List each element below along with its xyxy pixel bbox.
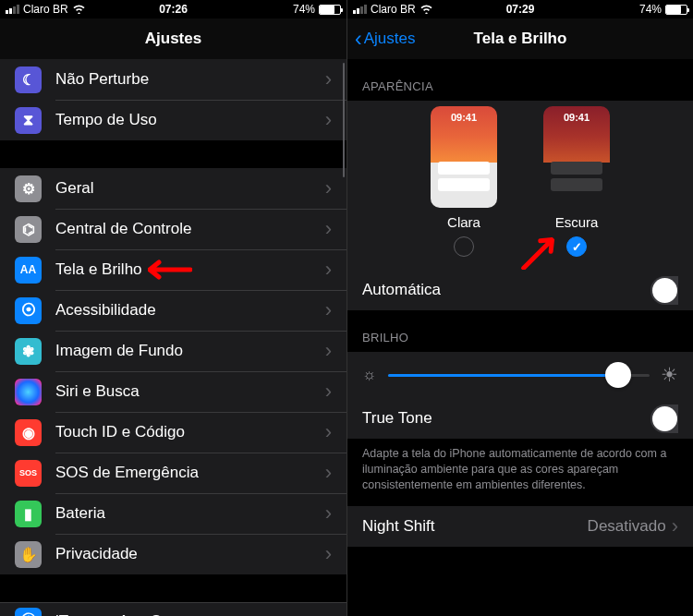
row-label: Tempo de Uso xyxy=(55,111,325,129)
settings-row-siri-e-busca[interactable]: Siri e Busca› xyxy=(0,371,346,412)
battery-icon: ▮ xyxy=(15,501,42,527)
nav-bar: Ajustes xyxy=(0,18,346,59)
sos-icon: SOS xyxy=(15,460,42,487)
chevron-right-icon: › xyxy=(325,258,332,282)
row-label: Imagem de Fundo xyxy=(55,342,325,360)
chevron-right-icon: › xyxy=(325,298,332,322)
settings-list[interactable]: ☾Não Perturbe›⧗Tempo de Uso›⚙Geral›⌬Cent… xyxy=(0,59,346,616)
chevron-right-icon: › xyxy=(325,461,332,485)
page-title: Tela e Brilho xyxy=(474,30,567,48)
settings-row-n-o-perturbe[interactable]: ☾Não Perturbe› xyxy=(0,59,346,100)
row-label: iTunes e App Store xyxy=(55,612,325,617)
night-shift-label: Night Shift xyxy=(362,517,588,536)
settings-row-central-de-controle[interactable]: ⌬Central de Controle› xyxy=(0,209,346,249)
automatic-toggle[interactable] xyxy=(650,276,678,305)
clock: 07:26 xyxy=(0,3,346,16)
chevron-right-icon: › xyxy=(325,380,332,404)
moon-icon: ☾ xyxy=(15,66,42,93)
fingerprint-icon: ◉ xyxy=(15,419,42,446)
appearance-option-dark[interactable]: 09:41 Escura xyxy=(543,106,610,257)
chevron-right-icon: › xyxy=(325,217,332,241)
switches-icon: ⌬ xyxy=(15,216,42,243)
row-label: Touch ID e Código xyxy=(55,423,325,441)
scroll-indicator xyxy=(343,63,346,177)
settings-row-privacidade[interactable]: ✋Privacidade› xyxy=(0,534,346,574)
clock: 07:29 xyxy=(347,3,693,16)
night-shift-row[interactable]: Night Shift Desativado › xyxy=(347,506,693,547)
settings-row-tempo-de-uso[interactable]: ⧗Tempo de Uso› xyxy=(0,100,346,140)
row-label: Privacidade xyxy=(55,545,325,563)
light-preview: 09:41 xyxy=(431,106,497,208)
row-label: Bateria xyxy=(55,504,325,523)
settings-screen: Claro BR 07:26 74% Ajustes ☾Não Perturbe… xyxy=(0,0,346,616)
row-label: Acessibilidade xyxy=(55,301,325,320)
battery-icon xyxy=(665,5,687,15)
chevron-right-icon: › xyxy=(325,542,332,566)
brightness-header: BRILHO xyxy=(347,310,693,352)
appstore-icon: Ⓐ xyxy=(15,608,42,616)
chevron-right-icon: › xyxy=(325,108,332,132)
automatic-row[interactable]: Automática xyxy=(347,270,693,310)
row-label: SOS de Emergência xyxy=(55,464,325,482)
automatic-label: Automática xyxy=(362,281,650,299)
row-label: Siri e Busca xyxy=(55,382,325,401)
battery-icon xyxy=(319,5,341,15)
dark-radio[interactable] xyxy=(566,236,587,257)
aa-icon: AA xyxy=(15,257,42,284)
night-shift-value: Desativado xyxy=(588,517,666,536)
sun-large-icon: ☀ xyxy=(661,364,678,386)
row-label: Central de Controle xyxy=(55,220,325,238)
status-bar: Claro BR 07:26 74% xyxy=(0,0,346,18)
appearance-picker: 09:41 Clara 09:41 Escura xyxy=(347,101,693,270)
settings-row-imagem-de-fundo[interactable]: ❃Imagem de Fundo› xyxy=(0,331,346,371)
settings-row-tela-e-brilho[interactable]: AATela e Brilho› xyxy=(0,249,346,290)
chevron-right-icon: › xyxy=(672,514,678,538)
status-bar: Claro BR 07:29 74% xyxy=(347,0,693,18)
row-label: Geral xyxy=(55,179,325,198)
nav-bar: ‹ Ajustes Tela e Brilho xyxy=(347,18,693,59)
sun-small-icon: ☼ xyxy=(362,366,377,384)
page-title: Ajustes xyxy=(145,30,201,48)
true-tone-row[interactable]: True Tone xyxy=(347,398,693,439)
person-icon: ⦿ xyxy=(15,297,42,324)
chevron-right-icon: › xyxy=(325,501,332,525)
dark-label: Escura xyxy=(555,214,599,230)
hand-icon: ✋ xyxy=(15,541,42,568)
appearance-option-light[interactable]: 09:41 Clara xyxy=(431,106,497,257)
true-tone-label: True Tone xyxy=(362,409,650,428)
appearance-header: APARÊNCIA xyxy=(347,59,693,101)
settings-row-sos-de-emerg-ncia[interactable]: SOSSOS de Emergência› xyxy=(0,453,346,493)
settings-row-itunes-e-app-store[interactable]: ⒶiTunes e App Store› xyxy=(0,602,346,616)
settings-row-acessibilidade[interactable]: ⦿Acessibilidade› xyxy=(0,290,346,331)
chevron-right-icon: › xyxy=(325,67,332,91)
dark-preview: 09:41 xyxy=(543,106,610,208)
light-radio[interactable] xyxy=(454,236,474,257)
brightness-slider-row: ☼ ☀ xyxy=(347,352,693,398)
chevron-right-icon: › xyxy=(325,176,332,200)
true-tone-footer: Adapte a tela do iPhone automaticamente … xyxy=(347,439,693,506)
back-button[interactable]: ‹ Ajustes xyxy=(355,29,415,50)
chevron-right-icon: › xyxy=(325,339,332,363)
gear-icon: ⚙ xyxy=(15,175,42,202)
chevron-right-icon: › xyxy=(325,610,332,617)
light-label: Clara xyxy=(447,214,480,230)
chevron-right-icon: › xyxy=(325,420,332,444)
display-brightness-screen: Claro BR 07:29 74% ‹ Ajustes Tela e Bril… xyxy=(346,0,693,616)
brightness-slider[interactable] xyxy=(388,374,650,377)
hourglass-icon: ⧗ xyxy=(15,107,42,134)
flower-icon: ❃ xyxy=(15,338,42,365)
settings-row-touch-id-e-c-digo[interactable]: ◉Touch ID e Código› xyxy=(0,412,346,453)
settings-row-bateria[interactable]: ▮Bateria› xyxy=(0,493,346,534)
row-label: Tela e Brilho xyxy=(55,260,325,279)
siri-icon xyxy=(15,379,42,405)
row-label: Não Perturbe xyxy=(55,70,325,89)
back-label: Ajustes xyxy=(364,30,416,48)
true-tone-toggle[interactable] xyxy=(650,405,678,433)
display-settings-list[interactable]: APARÊNCIA 09:41 Clara 09:41 Escura xyxy=(347,59,693,616)
chevron-left-icon: ‹ xyxy=(355,29,362,50)
settings-row-geral[interactable]: ⚙Geral› xyxy=(0,168,346,209)
